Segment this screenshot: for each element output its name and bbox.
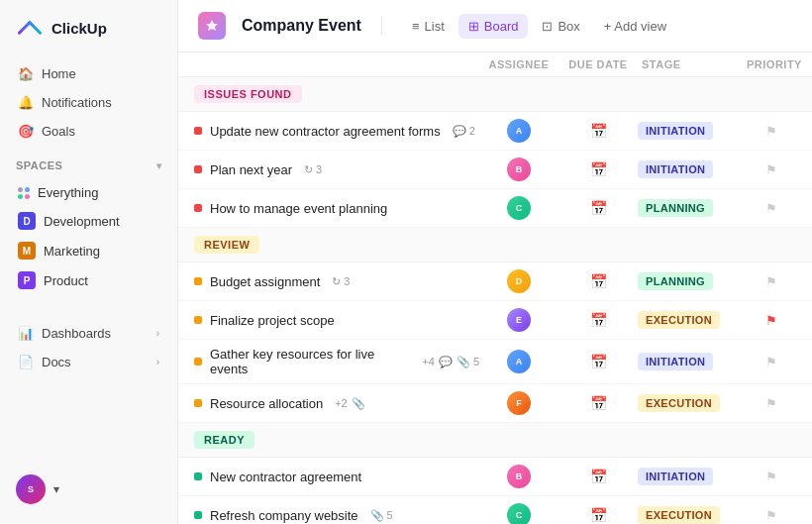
sidebar-item-label: Everything <box>38 185 98 200</box>
space-icon: M <box>18 242 36 260</box>
avatar: A <box>507 350 531 373</box>
plus-count: +4 <box>422 356 435 367</box>
spaces-list: Everything D Development M Marketing P P… <box>0 175 177 299</box>
task-meta: 💬 2 <box>453 125 475 138</box>
group-header-review[interactable]: REVIEW <box>178 228 812 262</box>
table-row[interactable]: New contractor agreement B 📅 INITIATION … <box>178 458 812 496</box>
status-badge: INITIATION <box>638 160 713 178</box>
status-badge: EXECUTION <box>638 394 720 412</box>
sidebar-item-label: Marketing <box>44 244 100 259</box>
dashboards-icon: 📊 <box>18 326 34 341</box>
task-meta: ↻ 3 <box>304 163 322 176</box>
main-nav: 🏠 Home 🔔 Notifications 🎯 Goals <box>0 55 177 150</box>
table-row[interactable]: How to manage event planning C 📅 PLANNIN… <box>178 189 812 228</box>
task-name: How to manage event planning <box>210 201 387 216</box>
task-name: Update new contractor agreement forms <box>210 124 441 139</box>
priority-cell: ⚑ <box>747 313 796 328</box>
attach-icon: 📎 <box>370 509 384 522</box>
flag-icon: ⚑ <box>765 396 777 411</box>
add-view-label: + Add view <box>604 19 666 34</box>
target-icon: 🎯 <box>18 124 34 139</box>
avatar: C <box>507 503 531 524</box>
subtask-icon: ↻ <box>332 275 341 288</box>
task-left: How to manage event planning <box>194 201 479 216</box>
table-row[interactable]: Resource allocation +2 📎 F 📅 EXECUTION ⚑ <box>178 384 812 423</box>
sidebar-item-product[interactable]: P Product <box>8 265 169 295</box>
status-cell: INITIATION <box>638 468 747 485</box>
table-row[interactable]: Update new contractor agreement forms 💬 … <box>178 112 812 151</box>
priority-cell: ⚑ <box>747 201 796 216</box>
task-dot <box>194 472 202 480</box>
status-cell: EXECUTION <box>638 506 747 524</box>
table-row[interactable]: Budget assignment ↻ 3 D 📅 PLANNING ⚑ <box>178 262 812 301</box>
add-view-button[interactable]: + Add view <box>594 14 676 39</box>
date-cell: 📅 <box>558 507 638 523</box>
status-cell: PLANNING <box>638 199 747 217</box>
sidebar-bottom: 📊 Dashboards › 📄 Docs › <box>0 315 177 380</box>
sidebar-item-development[interactable]: D Development <box>8 206 169 236</box>
group-badge-issues: ISSUES FOUND <box>194 85 479 103</box>
avatar-name: ▾ <box>53 482 59 496</box>
avatar: E <box>507 308 531 332</box>
task-name: Gather key resources for live events <box>210 347 410 376</box>
board-content: ASSIGNEE DUE DATE STAGE PRIORITY ISSUES … <box>178 52 812 524</box>
logo[interactable]: ClickUp <box>0 0 177 55</box>
assignee-cell: A <box>479 350 558 373</box>
group-header-issues[interactable]: ISSUES FOUND <box>178 77 812 112</box>
subtask-icon: ↻ <box>304 163 313 176</box>
priority-cell: ⚑ <box>747 396 796 411</box>
sidebar-item-goals[interactable]: 🎯 Goals <box>8 117 169 146</box>
date-cell: 📅 <box>558 354 638 369</box>
avatar-image: S <box>16 474 46 504</box>
avatar: D <box>507 269 531 293</box>
status-cell: INITIATION <box>638 160 747 178</box>
subtask-count: ↻ 3 <box>304 163 322 176</box>
tab-board[interactable]: ⊞ Board <box>458 14 529 39</box>
date-cell: 📅 <box>558 395 638 411</box>
flag-icon: ⚑ <box>765 124 777 139</box>
assignee-cell: C <box>479 503 558 524</box>
sidebar-item-docs[interactable]: 📄 Docs › <box>8 348 169 376</box>
calendar-icon: 📅 <box>590 123 607 139</box>
task-meta: 📎 5 <box>370 509 393 522</box>
sidebar-item-marketing[interactable]: M Marketing <box>8 236 169 265</box>
comment-count: 💬 2 <box>453 125 475 138</box>
priority-cell: ⚑ <box>747 274 796 289</box>
flag-icon: ⚑ <box>765 274 777 289</box>
assignee-cell: B <box>479 157 558 181</box>
tab-label: List <box>425 19 445 34</box>
grid-icon <box>18 187 30 199</box>
project-svg <box>204 18 220 34</box>
sidebar-item-dashboards[interactable]: 📊 Dashboards › <box>8 319 169 348</box>
header-divider <box>381 16 382 36</box>
plus-count: +2 <box>335 397 348 409</box>
calendar-icon: 📅 <box>590 507 607 523</box>
sidebar-item-home[interactable]: 🏠 Home <box>8 59 169 88</box>
table-row[interactable]: Finalize project scope E 📅 EXECUTION ⚑ <box>178 301 812 340</box>
sidebar-item-notifications[interactable]: 🔔 Notifications <box>8 88 169 117</box>
calendar-icon: 📅 <box>590 273 607 289</box>
col-header-name <box>194 58 479 70</box>
table-row[interactable]: Refresh company website 📎 5 C 📅 EXECUTIO… <box>178 496 812 524</box>
assignee-cell: A <box>479 119 558 143</box>
task-dot <box>194 399 202 407</box>
space-icon: D <box>18 212 36 230</box>
group-badge-ready: READY <box>194 431 479 449</box>
task-dot <box>194 127 202 135</box>
table-row[interactable]: Gather key resources for live events +4 … <box>178 340 812 384</box>
group-header-ready[interactable]: READY <box>178 423 812 458</box>
flag-icon: ⚑ <box>765 508 777 523</box>
page-title: Company Event <box>242 17 361 35</box>
sidebar-item-label: Home <box>42 66 76 81</box>
docs-icon: 📄 <box>18 355 34 369</box>
user-avatar[interactable]: S ▾ <box>0 465 177 514</box>
table-row[interactable]: Plan next year ↻ 3 B 📅 INITIATION ⚑ <box>178 151 812 189</box>
flag-icon: ⚑ <box>765 201 777 216</box>
avatar-initial: S <box>16 474 46 504</box>
status-badge: INITIATION <box>638 353 713 370</box>
tab-list[interactable]: ≡ List <box>402 14 455 39</box>
flag-icon: ⚑ <box>765 313 777 328</box>
calendar-icon: 📅 <box>590 395 607 411</box>
sidebar-item-everything[interactable]: Everything <box>8 179 169 206</box>
tab-box[interactable]: ⊡ Box <box>532 14 589 39</box>
